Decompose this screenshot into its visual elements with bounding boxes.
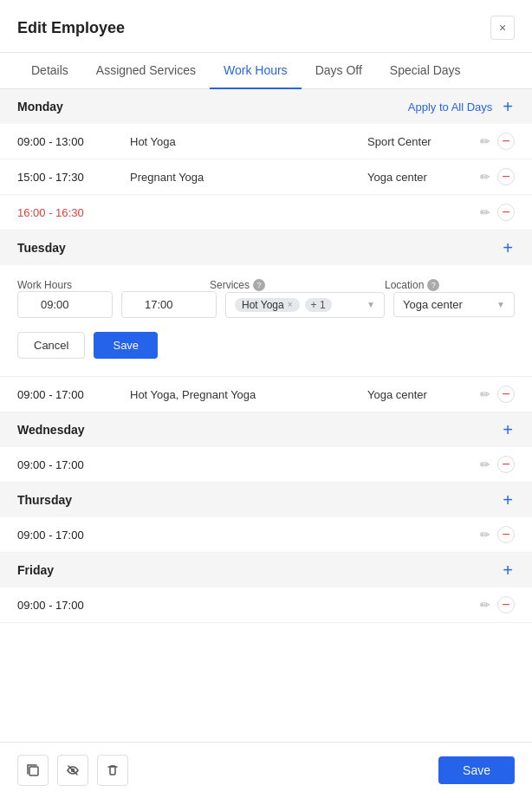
monday-header: Monday Apply to All Days + bbox=[0, 89, 532, 124]
time-range: 09:00 - 13:00 bbox=[17, 135, 130, 148]
monday-section: Monday Apply to All Days + 09:00 - 13:00… bbox=[0, 89, 532, 230]
save-form-button[interactable]: Save bbox=[94, 332, 158, 359]
time-range: 09:00 - 17:00 bbox=[17, 529, 130, 542]
wednesday-header: Wednesday + bbox=[0, 412, 532, 447]
edit-icon-button[interactable]: ✏ bbox=[478, 204, 492, 221]
service-name: Hot Yoga, Pregnant Yoga bbox=[130, 388, 367, 401]
friday-add-button[interactable]: + bbox=[501, 561, 515, 579]
thursday-add-button[interactable]: + bbox=[501, 491, 515, 509]
modal-title: Edit Employee bbox=[17, 19, 125, 37]
edit-icon-button[interactable]: ✏ bbox=[478, 133, 492, 150]
time-range-error: 16:00 - 16:30 bbox=[17, 206, 130, 219]
service-tag: Hot Yoga × bbox=[235, 298, 300, 312]
modal-header: Edit Employee × bbox=[0, 0, 532, 53]
remove-button[interactable]: − bbox=[497, 168, 515, 185]
location-value: Yoga center bbox=[403, 298, 463, 311]
remove-button[interactable]: − bbox=[497, 596, 515, 613]
work-hours-label: Work Hours bbox=[17, 279, 210, 291]
monday-row-3: 16:00 - 16:30 ✏ − bbox=[0, 195, 532, 230]
tuesday-label: Tuesday bbox=[17, 241, 66, 255]
tab-special-days[interactable]: Special Days bbox=[376, 53, 475, 89]
friday-label: Friday bbox=[17, 563, 54, 577]
svg-rect-0 bbox=[29, 767, 38, 775]
tuesday-header: Tuesday + bbox=[0, 230, 532, 265]
hide-icon-button[interactable] bbox=[57, 755, 88, 786]
time-range: 09:00 - 17:00 bbox=[17, 599, 130, 612]
copy-icon-button[interactable] bbox=[17, 755, 49, 786]
edit-icon-button[interactable]: ✏ bbox=[478, 386, 492, 403]
service-name: Hot Yoga bbox=[130, 135, 367, 148]
remove-button[interactable]: − bbox=[497, 526, 515, 543]
location-name: Sport Center bbox=[367, 135, 471, 148]
thursday-row-1: 09:00 - 17:00 ✏ − bbox=[0, 517, 532, 553]
tab-work-hours[interactable]: Work Hours bbox=[210, 53, 302, 89]
start-time-input[interactable] bbox=[17, 291, 113, 318]
tab-days-off[interactable]: Days Off bbox=[302, 53, 376, 89]
apply-to-all-days-link[interactable]: Apply to All Days bbox=[408, 101, 493, 114]
tuesday-add-button[interactable]: + bbox=[501, 239, 515, 256]
remove-button[interactable]: − bbox=[497, 204, 515, 221]
time-range: 15:00 - 17:30 bbox=[17, 171, 130, 184]
tuesday-edit-form: Work Hours Services ? Location ? bbox=[0, 265, 532, 377]
services-help-icon: ? bbox=[253, 279, 265, 291]
location-help-icon: ? bbox=[427, 279, 439, 291]
work-hours-content: Monday Apply to All Days + 09:00 - 13:00… bbox=[0, 89, 532, 692]
bottom-save-button[interactable]: Save bbox=[438, 756, 515, 784]
service-name: Pregnant Yoga bbox=[130, 171, 367, 184]
time-range: 09:00 - 17:00 bbox=[17, 388, 130, 401]
cancel-button[interactable]: Cancel bbox=[17, 332, 85, 359]
time-range: 09:00 - 17:00 bbox=[17, 458, 130, 471]
wednesday-add-button[interactable]: + bbox=[501, 421, 515, 438]
location-select[interactable]: Yoga center ▼ bbox=[393, 292, 515, 317]
monday-add-button[interactable]: + bbox=[501, 98, 515, 115]
thursday-label: Thursday bbox=[17, 493, 72, 507]
delete-icon-button[interactable] bbox=[97, 755, 128, 786]
wednesday-section: Wednesday + 09:00 - 17:00 ✏ − bbox=[0, 412, 532, 483]
tuesday-section: Tuesday + Work Hours Services ? bbox=[0, 230, 532, 412]
monday-label: Monday bbox=[17, 100, 63, 114]
monday-row-2: 15:00 - 17:30 Pregnant Yoga Yoga center … bbox=[0, 159, 532, 195]
chevron-down-icon: ▼ bbox=[496, 300, 505, 309]
tabs-container: Details Assigned Services Work Hours Day… bbox=[0, 53, 532, 89]
bottom-bar: Save bbox=[0, 742, 532, 798]
edit-icon-button[interactable]: ✏ bbox=[478, 526, 492, 543]
wednesday-label: Wednesday bbox=[17, 423, 85, 437]
monday-row-1: 09:00 - 13:00 Hot Yoga Sport Center ✏ − bbox=[0, 124, 532, 159]
edit-icon-button[interactable]: ✏ bbox=[478, 168, 492, 185]
chevron-down-icon: ▼ bbox=[367, 300, 375, 309]
tuesday-row-1: 09:00 - 17:00 Hot Yoga, Pregnant Yoga Yo… bbox=[0, 377, 532, 412]
service-extra-count: + 1 bbox=[305, 298, 332, 312]
location-name: Yoga center bbox=[367, 171, 471, 184]
remove-tag-icon[interactable]: × bbox=[288, 300, 293, 309]
remove-button[interactable]: − bbox=[497, 133, 515, 150]
edit-employee-modal: Edit Employee × Details Assigned Service… bbox=[0, 0, 532, 798]
remove-button[interactable]: − bbox=[497, 386, 515, 403]
location-label: Location ? bbox=[385, 279, 515, 291]
services-label: Services ? bbox=[210, 279, 385, 291]
location-name: Yoga center bbox=[367, 388, 471, 401]
end-time-input[interactable] bbox=[121, 291, 217, 318]
close-button[interactable]: × bbox=[490, 16, 515, 40]
wednesday-row-1: 09:00 - 17:00 ✏ − bbox=[0, 447, 532, 483]
service-select[interactable]: Hot Yoga × + 1 ▼ bbox=[225, 292, 385, 318]
edit-icon-button[interactable]: ✏ bbox=[478, 456, 492, 473]
tab-details[interactable]: Details bbox=[17, 53, 82, 89]
friday-row-1: 09:00 - 17:00 ✏ − bbox=[0, 587, 532, 623]
thursday-section: Thursday + 09:00 - 17:00 ✏ − bbox=[0, 483, 532, 553]
thursday-header: Thursday + bbox=[0, 483, 532, 517]
friday-header: Friday + bbox=[0, 553, 532, 587]
friday-section: Friday + 09:00 - 17:00 ✏ − bbox=[0, 553, 532, 623]
edit-icon-button[interactable]: ✏ bbox=[478, 596, 492, 613]
remove-button[interactable]: − bbox=[497, 456, 515, 473]
tab-assigned-services[interactable]: Assigned Services bbox=[82, 53, 210, 89]
